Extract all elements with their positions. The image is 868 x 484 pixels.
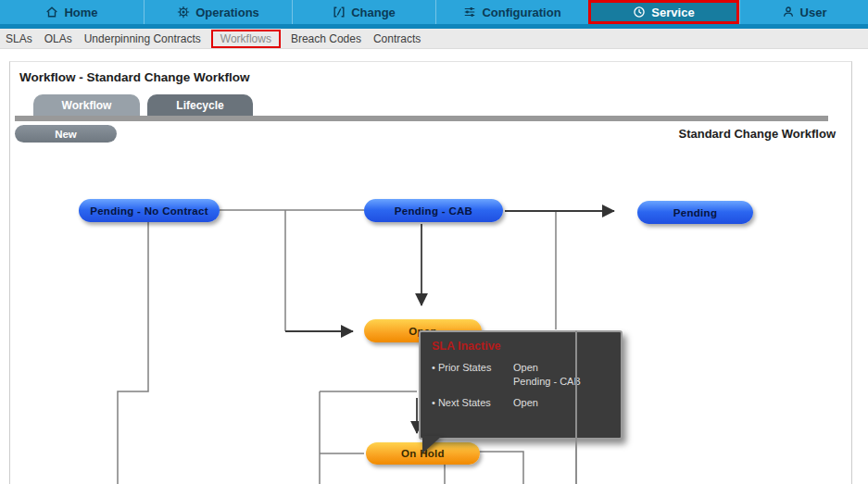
user-icon bbox=[782, 6, 795, 19]
submenu-item-olas[interactable]: OLAs bbox=[44, 32, 72, 45]
nav-item-service[interactable]: Service bbox=[588, 0, 739, 24]
workflow-node-open[interactable]: Open bbox=[364, 319, 482, 342]
tab-workflow[interactable]: Workflow bbox=[33, 94, 140, 116]
nav-accent-strip bbox=[0, 24, 868, 29]
workflow-node-pending[interactable]: Pending bbox=[637, 201, 753, 224]
nav-item-configuration[interactable]: Configuration bbox=[435, 0, 588, 24]
content-panel: Workflow - Standard Change Workflow Work… bbox=[9, 61, 852, 484]
workflow-name-label: Standard Change Workflow bbox=[679, 127, 837, 141]
nav-item-label: Operations bbox=[195, 6, 259, 19]
nav-item-change[interactable]: Change bbox=[292, 0, 435, 24]
nav-item-home[interactable]: Home bbox=[0, 0, 144, 24]
nav-item-label: User bbox=[800, 6, 827, 19]
submenu-item-underpinning-contracts[interactable]: Underpinning Contracts bbox=[84, 32, 201, 45]
nav-item-label: Configuration bbox=[482, 6, 560, 19]
nav-item-label: Home bbox=[64, 6, 97, 19]
tab-lifecycle[interactable]: Lifecycle bbox=[147, 94, 253, 116]
nav-item-operations[interactable]: Operations bbox=[144, 0, 292, 24]
submenu-item-breach-codes[interactable]: Breach Codes bbox=[291, 32, 361, 45]
nav-item-label: Change bbox=[351, 6, 396, 19]
workflow-node-pending-no-contract[interactable]: Pending - No Contract bbox=[79, 199, 220, 222]
service-icon bbox=[633, 6, 646, 19]
change-icon bbox=[333, 6, 346, 19]
workflow-node-pending-cab[interactable]: Pending - CAB bbox=[364, 199, 503, 222]
workflow-node-on-hold[interactable]: On Hold bbox=[366, 442, 480, 465]
submenu-item-slas[interactable]: SLAs bbox=[6, 32, 32, 45]
operations-icon bbox=[177, 6, 190, 19]
page-title: Workflow - Standard Change Workflow bbox=[19, 70, 250, 84]
top-navbar: Home Operations Change Configuration Ser… bbox=[0, 0, 868, 24]
submenu-item-workflows[interactable]: Workflows bbox=[211, 30, 281, 48]
configuration-icon bbox=[463, 6, 476, 19]
nav-item-user[interactable]: User bbox=[739, 0, 868, 24]
new-button[interactable]: New bbox=[15, 125, 117, 143]
submenu-item-contracts[interactable]: Contracts bbox=[373, 32, 421, 45]
service-submenu: SLAs OLAs Underpinning Contracts Workflo… bbox=[0, 29, 868, 49]
nav-item-label: Service bbox=[651, 6, 694, 19]
home-icon bbox=[45, 6, 58, 19]
tab-separator-bar bbox=[15, 116, 828, 121]
